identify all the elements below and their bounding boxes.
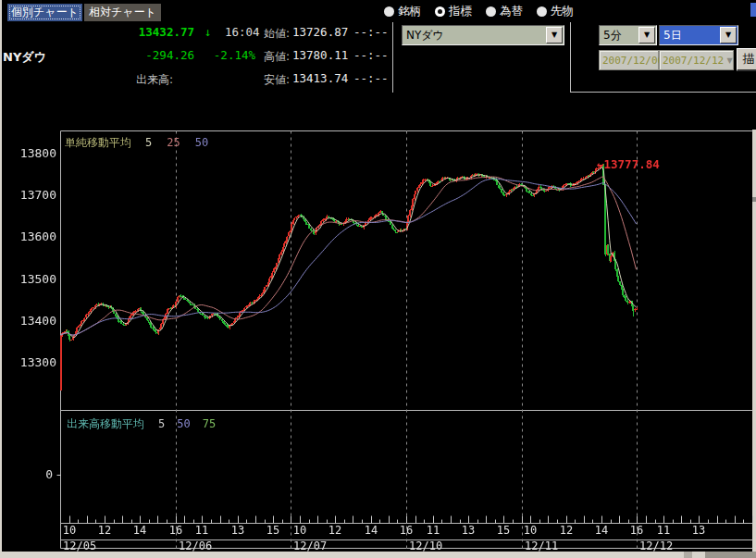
radio-icon[interactable] [384,6,394,17]
symbol-name: NYダウ [3,49,46,66]
chevron-down-icon: ▼ [726,56,733,65]
date-axis-label: 12/10 [409,540,442,552]
range-select[interactable]: 5日 ▼ [659,25,738,45]
time-axis-label: 12 [323,525,347,537]
time-axis-label: 11 [651,525,675,537]
y-axis-label: 13600 [0,230,56,242]
ma-period-value: 50 [177,417,190,430]
ma-period-value: 50 [195,136,208,149]
divider [570,92,756,93]
volume-axis-zero-label: 0 [0,468,53,480]
low-time: --:-- [353,71,389,85]
time-axis-label: 13 [687,525,711,537]
category-radio-option[interactable]: 先物 [537,4,574,19]
time-axis-label: 16 [394,525,418,537]
tab-individual-chart[interactable]: 個別チャート [7,4,82,21]
interval-select[interactable]: 5分 ▼ [599,25,657,45]
date-axis-label: 12/11 [525,540,558,552]
category-radio-option[interactable]: 銘柄 [384,4,421,19]
time-axis-label: 16 [625,525,649,537]
symbol-select[interactable]: NYダウ ▼ [402,25,564,45]
ma-period-value: 25 [167,136,180,149]
change-value: -294.26 [139,48,194,62]
range-select-value: 5日 [660,28,720,43]
time-axis-label: 12 [554,525,578,537]
volume-ma-periods: 55075 [158,417,216,430]
chevron-down-icon[interactable]: ▼ [638,27,655,43]
interval-select-value: 5分 [600,28,638,43]
price-ma-legend-label: 単純移動平均 [65,135,131,151]
date-from-value: 2007/12/06 [600,55,666,67]
price-ma-legend: 単純移動平均 52550 [65,135,208,151]
category-radio-label: 先物 [551,4,574,19]
y-axis-label: 13300 [0,356,56,368]
ma-period-value: 5 [158,417,165,430]
time-axis-label: 14 [359,525,383,537]
high-label: 高値: [264,49,290,65]
clipped-corner-element [750,3,756,17]
session-high-annotation: ←13777.84 [597,157,660,171]
divider [392,22,393,93]
time-axis-label: 16 [164,525,188,537]
low-label: 安値: [264,72,290,88]
candlestick-chart-canvas[interactable] [0,130,756,558]
time-axis-label: 13 [226,525,250,537]
open-label: 始値: [264,26,290,42]
open-time: --:-- [353,25,389,39]
current-price: 13432.77 [118,25,194,39]
volume-ma-legend-label: 出来高移動平均 [67,416,144,432]
time-axis-label: 10 [57,525,81,537]
y-axis-label: 13800 [0,147,56,159]
time-axis-label: 13 [456,525,480,537]
radio-selected-icon[interactable] [435,6,445,17]
draw-button[interactable]: 描 [737,48,756,71]
date-axis-label: 12/06 [179,540,212,552]
date-axis-label: 12/07 [293,540,327,552]
y-axis-label: 13700 [0,189,56,201]
category-radio-label: 為替 [500,4,523,19]
open-value: 13726.87 [292,25,348,39]
low-value: 13413.74 [292,71,348,85]
time-axis-label: 11 [421,525,445,537]
radio-icon[interactable] [486,6,496,17]
time-axis-label: 10 [518,525,542,537]
time-axis-label: 14 [589,525,613,537]
time-axis-label: 12 [93,525,117,537]
y-axis-label: 13500 [0,273,56,285]
date-to-field[interactable]: 2007/12/12 ▼ [659,50,734,70]
date-to-value: 2007/12/12 [660,55,726,67]
chevron-down-icon[interactable]: ▼ [720,27,737,43]
down-arrow-icon: ↓ [204,25,212,39]
volume-ma-legend: 出来高移動平均 55075 [67,416,216,432]
date-from-field[interactable]: 2007/12/06 ▼ [599,50,659,70]
category-radio-option[interactable]: 為替 [486,4,523,19]
high-value: 13780.11 [292,48,348,62]
high-time: --:-- [353,48,389,62]
time-axis-label: 14 [128,525,152,537]
volume-label: 出来高: [136,72,173,88]
divider [570,22,571,93]
time-axis-label: 10 [288,525,312,537]
symbol-select-value: NYダウ [403,28,546,43]
category-radio-option[interactable]: 指標 [435,4,472,19]
tab-relative-chart[interactable]: 相対チャート [84,4,161,21]
radio-icon[interactable] [537,6,547,17]
date-axis-label: 12/05 [63,540,96,552]
ma-period-value: 75 [203,417,216,430]
change-percent: -2.14% [209,48,255,62]
y-axis-label: 13400 [0,315,56,327]
category-radio-group: 銘柄指標為替先物 [384,4,574,19]
chevron-down-icon[interactable]: ▼ [546,27,563,43]
time-axis-label: 11 [190,525,214,537]
time-axis-label: 15 [491,525,515,537]
date-axis-label: 12/12 [639,540,673,552]
chart-application-window: 個別チャート 相対チャート NYダウ 13432.77 ↓ 16:04 始値: … [0,0,756,558]
category-radio-label: 銘柄 [398,4,421,19]
quote-time: 16:04 [225,25,260,39]
time-axis-label: 15 [261,525,285,537]
category-radio-label: 指標 [449,4,472,19]
ma-period-value: 5 [145,136,152,149]
price-ma-periods: 52550 [145,136,208,149]
